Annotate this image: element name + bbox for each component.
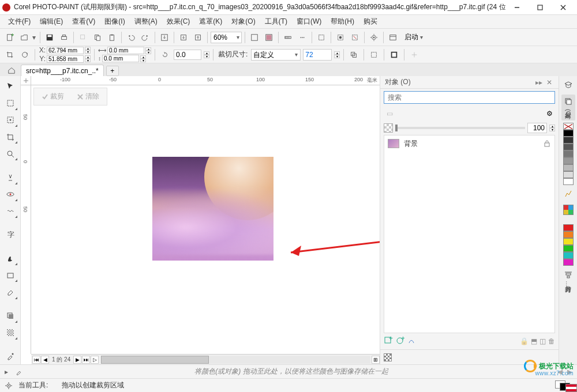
liquid-tool[interactable]: [2, 203, 18, 219]
y-down[interactable]: ▾: [85, 59, 91, 62]
docker-options-button[interactable]: ⚙: [544, 108, 555, 119]
app-launcher-icon[interactable]: [387, 31, 399, 44]
resolution-input[interactable]: [303, 49, 332, 61]
status-gear-icon[interactable]: [5, 382, 13, 390]
eraser-tool[interactable]: [2, 284, 18, 300]
mask-show-button[interactable]: [334, 31, 347, 44]
hscroll-thumb[interactable]: [101, 356, 209, 364]
pager-first[interactable]: ⏮: [32, 356, 40, 364]
menu-help[interactable]: 帮助(H): [326, 16, 359, 28]
layer-row-background[interactable]: 背景: [384, 135, 554, 152]
close-button[interactable]: [552, 1, 575, 14]
new-lens-button[interactable]: [407, 336, 416, 347]
pager-play[interactable]: ▷: [91, 356, 99, 364]
grid-toggle-button[interactable]: [263, 31, 275, 44]
new-mask-button[interactable]: +: [395, 336, 404, 347]
menu-window[interactable]: 窗口(W): [292, 16, 326, 28]
crop-tool-icon[interactable]: [3, 48, 16, 61]
save-button[interactable]: [43, 31, 56, 44]
layer-list[interactable]: 背景: [384, 135, 555, 333]
color-swatches[interactable]: [563, 224, 574, 266]
rectangle-tool[interactable]: [2, 267, 18, 283]
w-down[interactable]: ▾: [145, 51, 151, 54]
delete-layer-button[interactable]: 🗑: [548, 337, 555, 345]
rotate-reset-icon[interactable]: [18, 48, 31, 61]
home-tab[interactable]: [5, 65, 18, 76]
add-tab-button[interactable]: +: [106, 66, 119, 76]
swatch-black[interactable]: [563, 130, 574, 137]
y-value[interactable]: 51.858 mm: [47, 55, 84, 63]
print-button[interactable]: [58, 31, 70, 44]
width-value[interactable]: 0.0 mm: [107, 47, 144, 54]
cut-button[interactable]: [77, 31, 89, 44]
menu-effect[interactable]: 效果(C): [162, 16, 195, 28]
menu-view[interactable]: 查看(V): [68, 16, 100, 28]
rotate-icon[interactable]: [159, 48, 171, 61]
opacity-value[interactable]: 100: [527, 123, 547, 133]
palette-menu-button[interactable]: ▸: [5, 368, 8, 376]
op-down[interactable]: ▾: [549, 128, 555, 131]
menu-mask[interactable]: 遮罩(K): [194, 16, 227, 28]
checker-toggle[interactable]: [384, 353, 392, 361]
angle-input[interactable]: [174, 50, 201, 60]
palette-scroll-left[interactable]: ◀: [557, 368, 563, 376]
menu-tool[interactable]: 工具(T): [260, 16, 292, 28]
blend-mode-button[interactable]: ▭: [384, 108, 395, 119]
canvas[interactable]: 裁剪 清除: [31, 85, 380, 354]
ruler-vertical[interactable]: 50 0 50: [21, 85, 31, 354]
eyedropper-tool[interactable]: [2, 349, 18, 364]
eyedropper-palette[interactable]: [13, 365, 25, 378]
open-dropdown[interactable]: ▾: [32, 31, 37, 44]
pick-tool[interactable]: [2, 78, 18, 94]
ruler-horizontal[interactable]: -100 -50 0 50 100 150 200 毫米: [31, 76, 380, 85]
options-button[interactable]: [368, 31, 380, 44]
x-down[interactable]: ▾: [85, 50, 91, 54]
palette-scroll-right[interactable]: ▶: [567, 368, 572, 376]
import-button[interactable]: [158, 31, 171, 44]
x-value[interactable]: 62.794 mm: [47, 47, 84, 54]
image-content[interactable]: [152, 157, 273, 261]
menu-image[interactable]: 图像(I): [100, 16, 129, 28]
brush-tool[interactable]: [2, 251, 18, 266]
document-tab[interactable]: src=http___p7.itc.cn_..*: [21, 65, 104, 76]
object-search-input[interactable]: [384, 91, 555, 104]
height-value[interactable]: 0.0 mm: [102, 55, 139, 62]
opacity-slider[interactable]: [395, 127, 525, 129]
redo-button[interactable]: [139, 31, 152, 44]
strip-learn[interactable]: 学习: [561, 78, 575, 93]
export-down-button[interactable]: [177, 31, 190, 44]
transparency-tool[interactable]: [2, 325, 18, 341]
add-prop-button[interactable]: [408, 48, 421, 61]
strip-objects[interactable]: 对象 (O): [561, 95, 575, 120]
export-up-button[interactable]: [192, 31, 204, 44]
maximize-button[interactable]: [529, 1, 552, 14]
crop-size-select[interactable]: 自定义: [251, 49, 301, 61]
docker-close-button[interactable]: ✕: [545, 78, 554, 87]
fullscreen-button[interactable]: [248, 31, 261, 44]
swatch-white[interactable]: [563, 178, 574, 185]
overlap-icon[interactable]: [347, 48, 360, 61]
select-button[interactable]: ◫: [539, 337, 546, 345]
grayscale-swatches[interactable]: [563, 123, 574, 185]
launch-button[interactable]: 启动▾: [401, 32, 426, 42]
rect-mask-tool[interactable]: [2, 95, 18, 111]
horizontal-scrollbar[interactable]: ⏮ ◀ 1 的 24 ▶ ⏭ ▷ ⊞: [31, 354, 380, 364]
merge-button[interactable]: ⬒: [531, 337, 537, 345]
palette-icon[interactable]: [563, 205, 574, 215]
swatch-none[interactable]: [563, 123, 574, 130]
angle-down[interactable]: ▾: [204, 55, 209, 58]
transform-tool[interactable]: [2, 112, 18, 128]
pager-last[interactable]: ⏭: [82, 356, 90, 364]
copy-button[interactable]: [91, 31, 104, 44]
ruler-origin[interactable]: [21, 76, 31, 85]
zoom-tool[interactable]: [2, 146, 18, 161]
menu-object[interactable]: 对象(O): [227, 16, 260, 28]
clone-tool[interactable]: [2, 169, 18, 185]
hscroll-track[interactable]: [101, 356, 370, 364]
pager-prev[interactable]: ◀: [41, 356, 49, 364]
zoom-select[interactable]: 60%: [211, 32, 242, 43]
menu-adjust[interactable]: 调整(A): [130, 16, 162, 28]
mask-overlay-button[interactable]: [349, 31, 361, 44]
strip-palette[interactable]: 调色板: [561, 217, 575, 222]
marquee-button[interactable]: [315, 31, 328, 44]
